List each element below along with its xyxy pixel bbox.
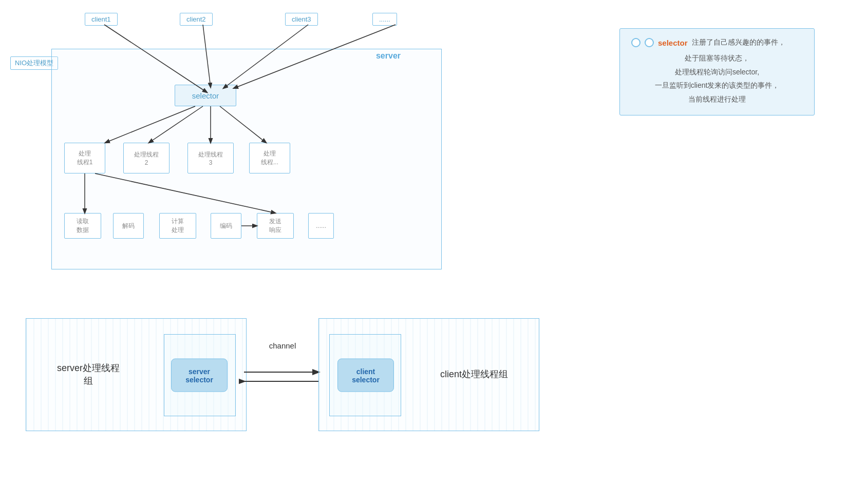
client-dots-box: ...... bbox=[372, 13, 397, 26]
info-line3: 处理线程轮询访问selector, bbox=[631, 65, 803, 79]
server-selector-label1: server bbox=[189, 367, 210, 375]
client-selector-label1: client bbox=[356, 367, 375, 375]
server-inner-box: server selector bbox=[164, 334, 236, 416]
thread1-box: 处理线程1 bbox=[64, 143, 105, 173]
info-box-content: 处于阻塞等待状态， 处理线程轮询访问selector, 一旦监听到client发… bbox=[631, 51, 803, 106]
channel-label: channel bbox=[269, 341, 296, 350]
client2-box: client2 bbox=[180, 13, 213, 26]
info-box: selector 注册了自己感兴趣的的事件， 处于阻塞等待状态， 处理线程轮询访… bbox=[619, 28, 815, 115]
info-line4: 一旦监听到client发来的该类型的事件， bbox=[631, 79, 803, 92]
server-selector-pill: server selector bbox=[171, 359, 228, 392]
server-label: server bbox=[376, 51, 401, 61]
bottom-client-box: client selector client处理线程组 bbox=[318, 318, 539, 431]
info-circle-2 bbox=[645, 38, 654, 47]
info-box-header: selector 注册了自己感兴趣的的事件， bbox=[631, 38, 803, 47]
proc-decode-box: 解码 bbox=[113, 213, 144, 239]
bottom-diagram: server处理线程组 server selector channel bbox=[26, 318, 539, 441]
proc-read-box: 读取数据 bbox=[64, 213, 101, 239]
thread3-box: 处理线程3 bbox=[187, 143, 234, 173]
server-outer-box bbox=[51, 49, 442, 269]
info-circle-1 bbox=[631, 38, 641, 47]
proc-encode-box: 编码 bbox=[211, 213, 241, 239]
info-line5: 当前线程进行处理 bbox=[631, 92, 803, 106]
server-thread-group-label: server处理线程组 bbox=[57, 362, 120, 387]
server-selector-label2: selector bbox=[185, 375, 213, 383]
proc-dots-box: ...... bbox=[308, 213, 334, 239]
info-title-text: 注册了自己感兴趣的的事件， bbox=[692, 38, 785, 47]
client-selector-label2: selector bbox=[352, 375, 380, 383]
client1-box: client1 bbox=[85, 13, 118, 26]
top-diagram: NIO处理模型 client1 client2 client3 ...... s… bbox=[5, 5, 452, 277]
thread2-box: 处理线程2 bbox=[123, 143, 170, 173]
client3-box: client3 bbox=[285, 13, 318, 26]
bottom-server-box: server处理线程组 server selector bbox=[26, 318, 247, 431]
thread4-box: 处理线程... bbox=[249, 143, 290, 173]
proc-send-box: 发送响应 bbox=[257, 213, 294, 239]
client-inner-box: client selector bbox=[329, 334, 401, 416]
info-line2: 处于阻塞等待状态， bbox=[631, 51, 803, 65]
proc-compute-box: 计算处理 bbox=[159, 213, 196, 239]
selector-box: selector bbox=[175, 85, 236, 106]
info-selector-highlight: selector bbox=[658, 38, 688, 47]
double-arrow-svg bbox=[239, 362, 326, 393]
client-selector-pill: client selector bbox=[337, 359, 394, 392]
client-thread-group-label: client处理线程组 bbox=[440, 368, 508, 381]
